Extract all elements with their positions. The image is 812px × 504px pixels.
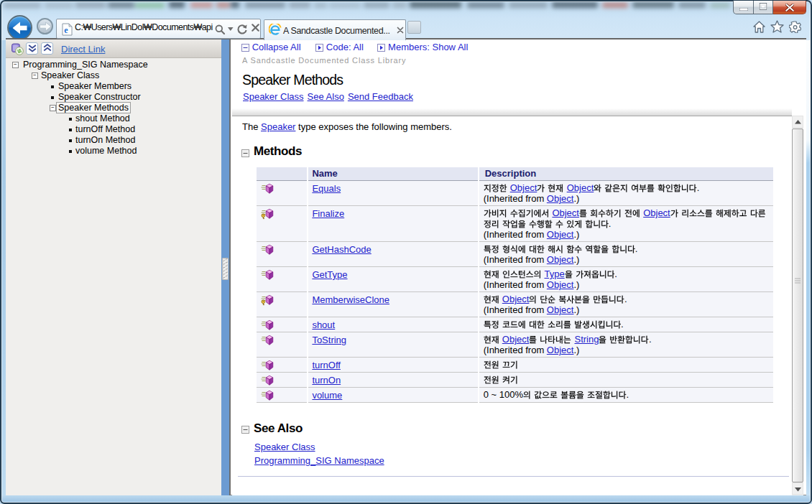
svg-text:e: e (64, 25, 68, 35)
